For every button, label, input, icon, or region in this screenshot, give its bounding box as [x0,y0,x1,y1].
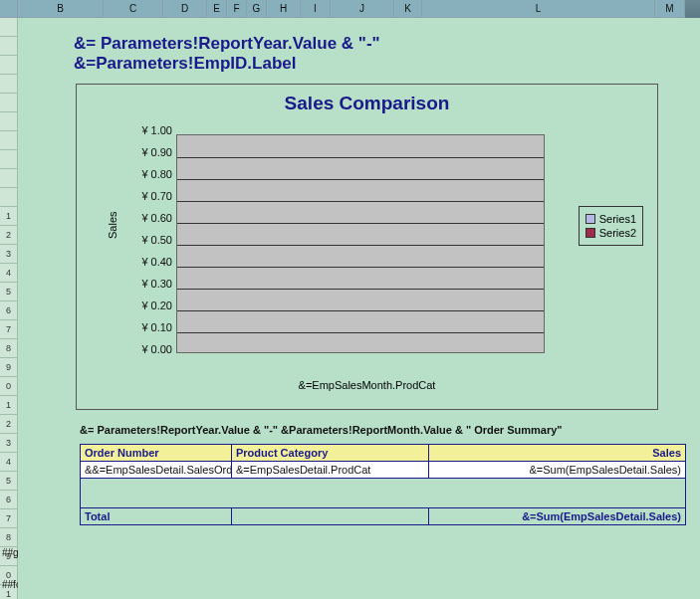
header-order-number[interactable]: Order Number [81,445,232,462]
header-sales[interactable]: Sales [429,445,686,462]
column-header[interactable]: M [655,0,685,18]
row-header[interactable] [0,18,18,37]
section-subtitle: &= Parameters!ReportYear.Value & "-" &Pa… [80,424,678,436]
row-header[interactable] [0,150,18,169]
column-header[interactable]: D [163,0,207,18]
cell-order-number[interactable]: &&=EmpSalesDetail.SalesOrderNumber [81,462,232,479]
column-header[interactable]: J [331,0,394,18]
worksheet-area[interactable]: &= Parameters!ReportYear.Value & "-" &=P… [18,18,700,599]
table-footer-row: Total &=Sum(EmpSalesDetail.Sales) [81,508,686,525]
row-header[interactable]: 0 [0,377,18,396]
gridline [177,179,544,180]
legend-label: Series1 [599,213,636,225]
column-header[interactable]: C [104,0,163,18]
column-header[interactable]: F [227,0,247,18]
gridline [177,245,544,246]
row-header[interactable]: 5 [0,283,18,301]
legend-swatch [585,228,595,238]
row-header[interactable]: 4 [0,453,18,472]
legend-label: Series2 [599,227,636,239]
row-header[interactable] [0,56,18,75]
y-tick-label: ¥ 0.90 [124,146,172,158]
row-header[interactable] [0,188,18,207]
row-header[interactable]: 6 [0,491,18,509]
row-header[interactable]: 2 [0,415,18,434]
legend-item: Series2 [585,227,636,239]
row-header[interactable]: 9 [0,358,18,377]
column-headers: BCDEFGHIJKLM [0,0,700,18]
column-header[interactable]: K [394,0,422,18]
cell-product-category[interactable]: &=EmpSalesDetail.ProdCat [232,462,429,479]
gridline [177,223,544,224]
row-header[interactable] [0,169,18,188]
row-header[interactable]: 7 [0,320,18,339]
report-title: &= Parameters!ReportYear.Value & "-" &=P… [74,34,678,74]
y-tick-label: ¥ 0.50 [124,234,172,246]
y-tick-label: ¥ 0.80 [124,168,172,180]
y-axis-label: Sales [107,211,118,239]
row-header[interactable] [0,75,18,94]
table-header-row: Order Number Product Category Sales [81,445,686,462]
y-tick-label: ¥ 0.30 [124,278,172,290]
column-header[interactable] [0,0,18,18]
legend-item: Series1 [585,213,636,225]
table-group-row[interactable] [81,479,686,508]
chart-legend: Series1Series2 [579,206,643,246]
y-tick-label: ¥ 0.40 [124,256,172,268]
cell-sales[interactable]: &=Sum(EmpSalesDetail.Sales) [429,462,686,479]
footer-total-label[interactable]: Total [81,508,232,525]
row-header[interactable] [0,131,18,150]
x-axis-label: &=EmpSalesMonth.ProdCat [77,379,657,391]
gridline [177,267,544,268]
row-header[interactable] [0,112,18,131]
row-header[interactable] [0,94,18,112]
plot-area [176,134,545,353]
column-header[interactable]: L [422,0,655,18]
gridline [177,157,544,158]
footer-empty[interactable] [232,508,429,525]
column-header[interactable]: B [18,0,104,18]
row-header[interactable]: 1 [0,396,18,415]
order-summary-table[interactable]: Order Number Product Category Sales &&=E… [80,444,686,525]
row-header[interactable]: 8 [0,528,18,547]
y-tick-label: ¥ 1.00 [124,124,172,136]
row-header[interactable]: 3 [0,245,18,264]
gridline [177,332,544,333]
title-line-1: &= Parameters!ReportYear.Value & "-" [74,34,678,54]
gridline [177,289,544,290]
row-header[interactable]: 7 [0,509,18,528]
chart-container[interactable]: Sales Comparison Sales ¥ 1.00¥ 0.90¥ 0.8… [76,84,658,410]
y-tick-label: ¥ 0.60 [124,212,172,224]
row-header[interactable]: 2 [0,226,18,245]
row-headers: 123456789012345678901 [0,18,18,599]
footer-sales[interactable]: &=Sum(EmpSalesDetail.Sales) [429,508,686,525]
row-header[interactable]: 8 [0,339,18,358]
row-header[interactable]: 1 [0,207,18,226]
gridline [177,201,544,202]
y-tick-label: ¥ 0.20 [124,300,172,311]
column-header[interactable]: I [301,0,331,18]
row-header[interactable]: 5 [0,472,18,491]
y-tick-label: ¥ 0.00 [124,343,172,355]
row-header[interactable]: 3 [0,434,18,453]
group-cell[interactable] [81,479,686,508]
table-data-row[interactable]: &&=EmpSalesDetail.SalesOrderNumber &=Emp… [81,462,686,479]
gridline [177,310,544,311]
y-tick-label: ¥ 0.10 [124,321,172,333]
column-header[interactable]: G [247,0,267,18]
row-header[interactable] [0,37,18,56]
column-header[interactable]: H [267,0,301,18]
legend-swatch [585,214,595,224]
column-header[interactable]: E [207,0,227,18]
row-header[interactable]: 6 [0,301,18,320]
y-tick-label: ¥ 0.70 [124,190,172,202]
title-line-2: &=Parameters!EmpID.Label [74,54,678,74]
chart-title: Sales Comparison [77,93,657,114]
row-header[interactable]: 4 [0,264,18,283]
header-product-category[interactable]: Product Category [232,445,429,462]
